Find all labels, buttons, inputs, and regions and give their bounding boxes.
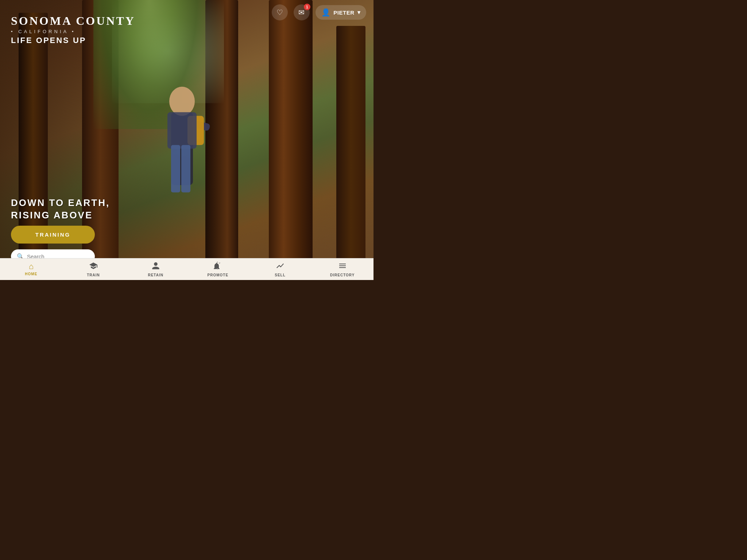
dropdown-icon: ▾ [357, 9, 361, 16]
sell-icon [276, 261, 285, 272]
brand-name: SONOMA COUNTY [11, 15, 176, 27]
nav-train[interactable]: TRAIN [62, 258, 125, 280]
user-menu-button[interactable]: 👤 PIETER ▾ [316, 5, 366, 20]
nav-directory[interactable]: DIRECTORY [311, 258, 374, 280]
nav-home-label: HOME [25, 272, 37, 276]
nav-promote-label: PROMOTE [208, 273, 229, 277]
tree-4 [269, 0, 313, 258]
nav-directory-label: DIRECTORY [330, 273, 355, 277]
bottom-nav: ⌂ HOME TRAIN RETAIN PROMOTE [0, 258, 374, 280]
directory-icon [338, 261, 347, 272]
nav-train-label: TRAIN [87, 273, 100, 277]
tree-5 [336, 26, 365, 258]
hero-content: SONOMA COUNTY • CALIFORNIA • LIFE OPENS … [0, 0, 187, 258]
header: ♡ ✉ 1 👤 PIETER ▾ [264, 0, 374, 25]
notification-badge: 1 [304, 4, 310, 10]
retain-icon [151, 261, 160, 272]
nav-home[interactable]: ⌂ HOME [0, 258, 62, 280]
heart-icon: ♡ [276, 8, 283, 17]
mail-icon: ✉ [298, 8, 305, 17]
home-icon: ⌂ [29, 262, 34, 271]
user-icon: 👤 [321, 8, 331, 17]
brand-state: • CALIFORNIA • [11, 29, 176, 34]
username-label: PIETER [333, 9, 354, 16]
nav-retain[interactable]: RETAIN [124, 258, 187, 280]
promote-icon [213, 261, 222, 272]
nav-sell-label: SELL [275, 273, 286, 277]
messages-button[interactable]: ✉ 1 [294, 4, 310, 20]
favorites-button[interactable]: ♡ [272, 4, 288, 20]
train-icon [89, 261, 98, 272]
nav-sell[interactable]: SELL [249, 258, 311, 280]
brand-county: SONOMA COUNTY [11, 15, 176, 27]
nav-retain-label: RETAIN [148, 273, 163, 277]
brand-logo: SONOMA COUNTY • CALIFORNIA • LIFE OPENS … [11, 15, 176, 45]
brand-tagline: LIFE OPENS UP [11, 36, 176, 45]
nav-promote[interactable]: PROMOTE [187, 258, 249, 280]
